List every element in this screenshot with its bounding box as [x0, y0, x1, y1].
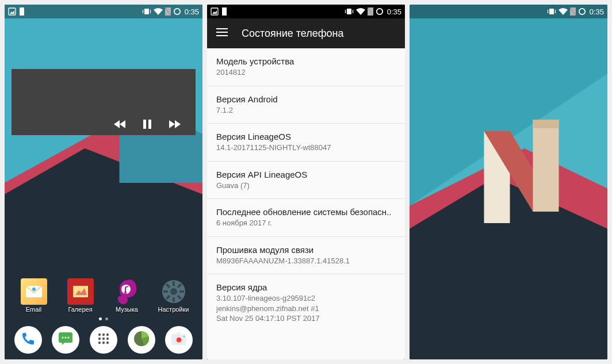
svg-rect-74: [549, 9, 554, 14]
app-email[interactable]: Email: [16, 278, 52, 313]
svg-rect-50: [176, 332, 181, 335]
dock-phone[interactable]: [14, 326, 42, 354]
status-bar: 0:35: [410, 5, 607, 18]
app-music[interactable]: Музыка: [109, 278, 145, 313]
email-icon: [21, 278, 47, 305]
svg-point-41: [106, 334, 109, 336]
sdcard-notification-icon: [18, 7, 25, 16]
page-indicator: [5, 314, 202, 323]
no-sim-icon: [368, 7, 373, 16]
dock: [5, 323, 202, 359]
settings-item-lineageos-api[interactable]: Версия API LineageOS Guava (7): [207, 162, 405, 200]
item-value: 7.1.2: [216, 105, 396, 116]
app-label: Музыка: [116, 306, 138, 313]
svg-rect-54: [211, 8, 218, 15]
app-label: Email: [26, 306, 42, 313]
svg-marker-5: [10, 10, 14, 14]
svg-point-42: [98, 338, 101, 340]
settings-icon: [160, 278, 187, 305]
svg-marker-72: [533, 120, 559, 212]
svg-point-79: [579, 9, 584, 14]
wallpaper-nougat: [410, 5, 607, 359]
no-sim-icon: [570, 7, 576, 16]
next-track-icon[interactable]: [168, 119, 181, 129]
item-title: Версия Android: [216, 94, 396, 104]
dock-messages[interactable]: [52, 326, 79, 354]
page-title: Состояние телефона: [242, 28, 344, 40]
svg-marker-55: [212, 10, 217, 14]
no-sim-icon: [165, 7, 171, 16]
svg-point-39: [98, 334, 101, 336]
dock-app-drawer[interactable]: [90, 326, 117, 354]
settings-list[interactable]: Модель устройства 2014812 Версия Android…: [207, 48, 405, 359]
item-title: Версия ядра: [216, 282, 396, 292]
svg-rect-29: [179, 290, 184, 293]
wifi-icon: [559, 8, 568, 15]
item-value: M8936FAAAANUZM-1.33887.1.41528.1: [216, 256, 396, 266]
svg-rect-15: [143, 120, 146, 129]
browser-icon: [133, 330, 150, 350]
svg-rect-4: [9, 8, 16, 15]
app-settings[interactable]: Настройки: [156, 278, 192, 313]
page-dot[interactable]: [105, 317, 108, 320]
picture-notification-icon: [211, 7, 219, 16]
settings-item-lineageos-version[interactable]: Версия LineageOS 14.1-20171125-NIGHTLY-w…: [207, 124, 405, 162]
item-title: Версия API LineageOS: [216, 170, 396, 179]
svg-marker-13: [120, 120, 125, 128]
svg-rect-26: [173, 281, 175, 286]
svg-point-43: [102, 338, 105, 340]
status-time: 0:35: [185, 7, 199, 16]
settings-item-baseband[interactable]: Прошивка модуля связи M8936FAAAANUZM-1.3…: [207, 237, 405, 275]
item-title: Версия LineageOS: [216, 132, 396, 141]
wifi-icon: [154, 8, 163, 15]
svg-point-20: [32, 288, 36, 291]
settings-item-model[interactable]: Модель устройства 2014812: [207, 48, 405, 86]
svg-marker-56: [222, 7, 227, 16]
app-label: Настройки: [158, 306, 189, 313]
status-time: 0:35: [590, 7, 604, 16]
dock-camera[interactable]: [165, 326, 193, 354]
svg-point-40: [102, 334, 105, 336]
svg-rect-16: [148, 120, 151, 129]
hamburger-menu-icon[interactable]: [216, 28, 228, 39]
phone-icon: [21, 331, 36, 348]
svg-point-38: [68, 337, 70, 339]
pause-icon[interactable]: [143, 119, 152, 129]
page-dot[interactable]: [99, 317, 102, 320]
app-label: Галерея: [68, 306, 92, 313]
svg-point-25: [170, 288, 177, 295]
phone-settings-screen: 0:35 Состояние телефона Модель устройств…: [207, 5, 405, 359]
svg-point-62: [376, 9, 382, 14]
svg-rect-28: [163, 290, 168, 293]
status-bar: 0:35: [207, 5, 405, 18]
svg-point-52: [177, 338, 182, 343]
dock-browser[interactable]: [128, 326, 155, 354]
svg-point-37: [65, 337, 67, 339]
status-bar: 0:35: [5, 5, 202, 18]
vibrate-icon: [547, 8, 556, 15]
app-gallery[interactable]: Галерея: [63, 278, 98, 313]
settings-item-security-patch[interactable]: Последнее обновление системы безопасн.. …: [207, 199, 405, 237]
settings-item-kernel[interactable]: Версия ядра 3.10.107-lineageos-g29591c2 …: [207, 274, 405, 332]
settings-item-android-version[interactable]: Версия Android 7.1.2: [207, 86, 405, 124]
app-bar: Состояние телефона: [207, 18, 405, 48]
lineage-loading-icon: [376, 7, 384, 16]
vibrate-icon: [345, 8, 354, 15]
item-title: Прошивка модуля связи: [216, 245, 396, 255]
svg-marker-6: [20, 7, 24, 16]
previous-track-icon[interactable]: [114, 119, 127, 129]
picture-notification-icon: [8, 7, 16, 16]
svg-point-53: [183, 336, 185, 338]
camera-icon: [170, 331, 188, 348]
svg-rect-7: [144, 9, 149, 14]
item-value: 2014812: [216, 67, 396, 78]
music-widget[interactable]: [12, 69, 196, 135]
item-value: Guava (7): [216, 181, 396, 191]
messages-icon: [58, 331, 74, 348]
wifi-icon: [356, 8, 365, 15]
svg-marker-17: [169, 120, 175, 128]
svg-marker-18: [175, 120, 181, 128]
lineage-loading-icon: [578, 7, 586, 16]
phone-home-screen: 0:35 Email Галерея: [5, 5, 202, 359]
svg-point-12: [174, 9, 179, 14]
